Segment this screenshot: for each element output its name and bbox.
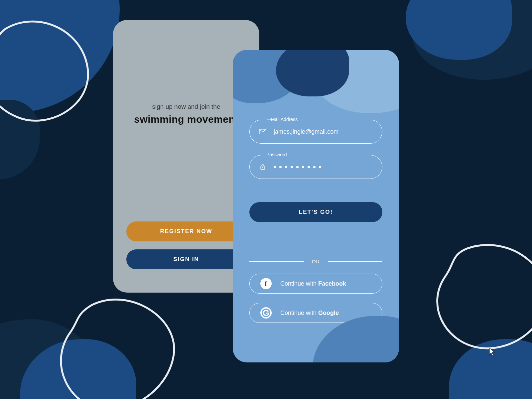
onboarding-headline: swimming movement	[134, 114, 238, 125]
divider-label: OR	[312, 259, 320, 264]
divider-or: OR	[249, 259, 382, 264]
continue-google-label: Continue with Google	[280, 310, 339, 317]
google-icon: G	[260, 307, 272, 319]
card-blob	[313, 316, 399, 362]
facebook-icon: f	[260, 278, 272, 289]
password-field[interactable]: Password	[249, 155, 382, 179]
sign-in-button[interactable]: SIGN IN	[126, 249, 246, 269]
submit-button[interactable]: LET'S GO!	[249, 202, 382, 222]
register-button[interactable]: REGISTER NOW	[126, 221, 246, 241]
decorative-squiggle	[0, 10, 106, 136]
cursor-icon	[489, 347, 495, 356]
email-value: james.jingle@gmail.com	[274, 128, 373, 135]
mail-icon	[259, 129, 266, 135]
password-value-masked	[274, 166, 321, 168]
password-label: Password	[263, 152, 290, 157]
onboarding-tagline: sign up now and join the	[152, 103, 220, 110]
lock-icon	[259, 164, 266, 170]
email-field[interactable]: E-Mail Address james.jingle@gmail.com	[249, 120, 382, 144]
card-blob	[276, 50, 349, 96]
decorative-squiggle	[60, 293, 186, 399]
continue-facebook-button[interactable]: f Continue with Facebook	[249, 274, 382, 294]
svg-point-2	[262, 167, 263, 168]
continue-facebook-label: Continue with Facebook	[280, 280, 346, 287]
decorative-squiggle	[432, 233, 532, 359]
email-label: E-Mail Address	[263, 117, 301, 122]
login-card: E-Mail Address james.jingle@gmail.com Pa…	[233, 50, 399, 362]
